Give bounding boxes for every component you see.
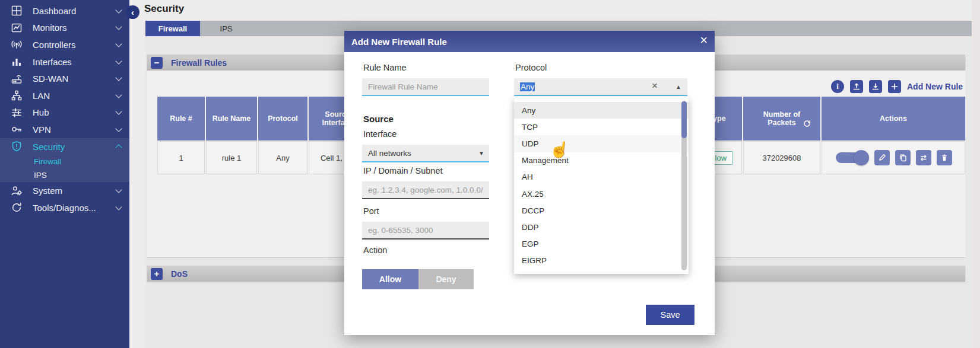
dropdown-option[interactable]: TCP [514, 119, 689, 135]
modal-header: Add New Firewall Rule × [344, 31, 715, 52]
port-input[interactable] [362, 222, 489, 240]
sidebar-item-dashboard[interactable]: Dashboard [0, 2, 129, 20]
monitors-icon [11, 22, 23, 34]
page-right-margin [972, 0, 980, 348]
add-new-rule-button[interactable]: Add New Rule [907, 82, 963, 91]
sdwan-icon [11, 73, 23, 85]
modal-title: Add New Firewall Rule [351, 37, 447, 47]
sidebar-item-security[interactable]: Security [0, 138, 129, 155]
system-icon [11, 185, 23, 197]
download-icon[interactable] [869, 80, 882, 93]
column-label: Number of Packets [757, 110, 807, 127]
column-number-of-packets[interactable]: Number of Packets [743, 97, 820, 141]
dropdown-option[interactable]: DDP [514, 219, 689, 235]
tab-firewall[interactable]: Firewall [145, 21, 200, 36]
controllers-icon [11, 39, 23, 50]
sidebar-item-label: Tools/Diagnos... [33, 203, 116, 213]
sidebar-item-interfaces[interactable]: Interfaces [0, 53, 129, 71]
collapse-sidebar-button[interactable]: ‹ [126, 5, 139, 19]
dashboard-icon [11, 5, 23, 17]
expand-section-icon[interactable]: + [151, 268, 163, 280]
upload-icon[interactable] [850, 80, 863, 93]
diagnostics-refresh-icon [11, 202, 23, 213]
sidebar-item-monitors[interactable]: Monitors [0, 20, 129, 37]
deny-button[interactable]: Deny [418, 269, 474, 289]
cell-rule-number: 1 [157, 141, 205, 174]
protocol-label: Protocol [515, 63, 547, 72]
sidebar-item-label: Controllers [33, 40, 116, 50]
interface-select[interactable]: All networks ▼ [362, 145, 489, 162]
sidebar: Dashboard Monitors Controllers Interface… [0, 0, 129, 348]
edit-icon[interactable] [874, 150, 890, 165]
column-rule-name[interactable]: Rule Name [206, 97, 257, 141]
sidebar-item-vpn[interactable]: VPN [0, 121, 129, 138]
sidebar-item-system[interactable]: System [0, 182, 129, 199]
sidebar-item-hub[interactable]: Hub [0, 104, 129, 122]
dropdown-option[interactable]: UDP [514, 135, 689, 152]
protocol-combobox[interactable]: Any × ▲ [514, 78, 687, 96]
dropdown-option[interactable]: EIGRP [514, 253, 689, 269]
dropdown-option[interactable]: DCCP [514, 202, 689, 219]
rule-enabled-toggle[interactable] [835, 150, 869, 165]
sidebar-item-ips[interactable]: IPS [0, 168, 129, 182]
hub-icon [11, 107, 23, 119]
sidebar-group-security: Security Firewall IPS [0, 138, 129, 183]
tab-ips[interactable]: IPS [200, 21, 252, 36]
collapse-section-icon[interactable]: − [151, 57, 163, 69]
refresh-icon[interactable] [803, 120, 811, 127]
sidebar-item-label: LAN [33, 91, 116, 101]
dropdown-scrollbar[interactable] [681, 101, 687, 270]
sidebar-item-controllers[interactable]: Controllers [0, 36, 129, 53]
ip-domain-subnet-label: IP / Domain / Subnet [363, 166, 443, 175]
caret-down-icon: ▼ [478, 150, 484, 157]
chevron-down-icon [115, 24, 122, 30]
sidebar-item-label: Dashboard [33, 6, 116, 16]
save-button[interactable]: Save [646, 305, 694, 325]
chevron-down-icon [115, 125, 122, 132]
interface-selected-value: All networks [368, 149, 411, 158]
chevron-down-icon [115, 7, 122, 13]
cell-actions [822, 141, 965, 174]
info-icon[interactable]: i [831, 80, 844, 93]
column-protocol[interactable]: Protocol [258, 97, 307, 141]
delete-icon[interactable] [937, 150, 952, 165]
lan-icon [11, 90, 23, 101]
chevron-down-icon [115, 203, 122, 210]
dropdown-option[interactable]: AH [514, 169, 689, 186]
chevron-down-icon [115, 75, 122, 81]
sidebar-subitem-label: Firewall [34, 157, 62, 166]
shield-icon [11, 141, 23, 152]
sidebar-item-tools-diagnostics[interactable]: Tools/Diagnos... [0, 199, 129, 216]
dropdown-option[interactable]: AX.25 [514, 186, 689, 202]
sidebar-item-label: Hub [33, 107, 116, 117]
chevron-down-icon [115, 108, 122, 115]
move-swap-icon[interactable] [916, 150, 931, 165]
chevron-down-icon [115, 58, 122, 64]
dropdown-option[interactable]: EGP [514, 236, 689, 253]
protocol-dropdown: Any TCP UDP Management AH AX.25 DCCP DDP… [514, 97, 689, 274]
protocol-selected-value: Any [520, 82, 535, 91]
scrollbar-thumb[interactable] [681, 101, 687, 138]
column-rule-number[interactable]: Rule # [157, 97, 205, 141]
allow-button[interactable]: Allow [362, 269, 418, 289]
column-actions[interactable]: Actions [822, 97, 965, 141]
sidebar-item-label: SD-WAN [33, 74, 116, 84]
plus-icon[interactable] [888, 80, 901, 93]
column-label: Rule Name [207, 114, 256, 123]
ip-domain-subnet-input[interactable] [362, 181, 489, 199]
section-title: Firewall Rules [171, 58, 227, 68]
sidebar-item-lan[interactable]: LAN [0, 87, 129, 104]
close-icon[interactable]: × [700, 33, 708, 48]
sidebar-item-sdwan[interactable]: SD-WAN [0, 70, 129, 87]
dropdown-option[interactable]: Any [514, 102, 689, 119]
caret-up-icon[interactable]: ▲ [675, 84, 681, 90]
copy-icon[interactable] [895, 150, 911, 165]
chevron-down-icon [115, 91, 122, 98]
add-firewall-rule-modal: Add New Firewall Rule × Rule Name Source… [344, 31, 715, 335]
rule-name-input[interactable] [362, 78, 489, 96]
sidebar-item-label: Security [33, 142, 116, 152]
clear-icon[interactable]: × [652, 80, 658, 92]
cell-packets: 372029608 [743, 141, 820, 174]
dropdown-option[interactable]: Management [514, 152, 689, 169]
sidebar-item-firewall[interactable]: Firewall [0, 155, 129, 168]
